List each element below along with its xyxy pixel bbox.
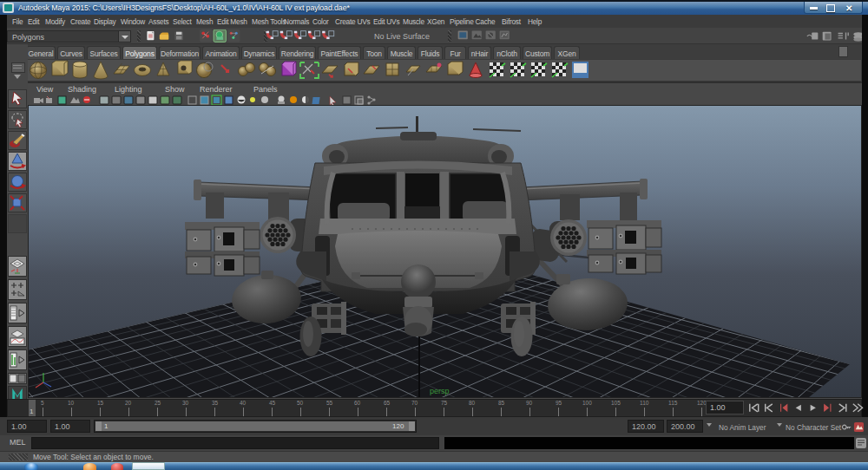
svg-text:persp: persp xyxy=(430,387,450,395)
